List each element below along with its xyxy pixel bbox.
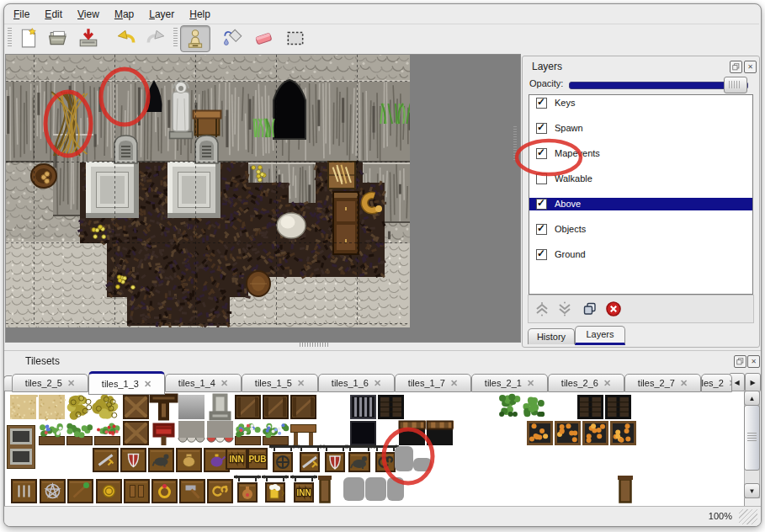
tab-close-icon[interactable]: ✕ xyxy=(374,378,381,389)
opacity-slider-handle[interactable] xyxy=(724,77,747,93)
tab-layers[interactable]: Layers xyxy=(575,326,625,345)
tab-close-icon[interactable]: ✕ xyxy=(680,378,688,389)
tileset-view-frame xyxy=(4,391,745,508)
layer-checkbox[interactable]: ✓ xyxy=(536,249,547,260)
new-map-button[interactable] xyxy=(14,25,43,51)
tab-scroll-right-icon[interactable]: ▶ xyxy=(745,373,761,392)
toolbar-grip[interactable] xyxy=(8,28,12,48)
tab-label: tiles_1_4 xyxy=(178,378,215,388)
eraser-icon xyxy=(252,27,274,49)
tileset-tab-tiles_2_1[interactable]: tiles_2_1✕ xyxy=(471,374,548,392)
layer-checkbox[interactable]: ✓ xyxy=(536,98,547,109)
tileset-tab-tiles_2_5[interactable]: tiles_2_5✕ xyxy=(12,374,88,392)
scroll-up-icon[interactable]: ▲ xyxy=(744,391,760,406)
layer-list: ✓Keys✓Spawn✓MapeventsWalkable✓Above✓Obje… xyxy=(529,94,753,295)
tab-close-icon[interactable]: ✕ xyxy=(603,378,611,389)
menu-file[interactable]: File xyxy=(8,7,35,22)
map-canvas[interactable] xyxy=(6,55,518,340)
undo-button[interactable] xyxy=(112,25,141,51)
move-layer-down-button[interactable] xyxy=(555,299,575,319)
opacity-label: Opacity: xyxy=(529,78,563,88)
tab-close-icon[interactable]: ✕ xyxy=(450,378,458,389)
float-panel-icon[interactable] xyxy=(734,355,746,368)
layer-buttons-bar xyxy=(528,295,754,323)
tileset-canvas[interactable] xyxy=(5,391,742,506)
tab-label: tiles_2_6 xyxy=(561,378,598,388)
stamp-tool-button[interactable] xyxy=(180,25,210,52)
tab-close-icon[interactable]: ✕ xyxy=(144,379,151,390)
layer-row-walkable[interactable]: Walkable xyxy=(529,173,752,185)
menu-edit[interactable]: Edit xyxy=(40,7,67,22)
tab-label: tiles_2_5 xyxy=(25,378,62,388)
tileset-tab-partial[interactable] xyxy=(3,375,12,392)
map-view-frame xyxy=(5,54,521,343)
tab-label: tiles_1_7 xyxy=(408,378,445,388)
save-button[interactable] xyxy=(74,25,103,51)
menu-layer[interactable]: Layer xyxy=(144,7,179,22)
layer-checkbox[interactable]: ✓ xyxy=(536,224,547,235)
application-window: FileEditViewMapLayerHelp xyxy=(0,0,765,532)
tileset-tab-tiles_1_5[interactable]: tiles_1_5✕ xyxy=(242,374,318,392)
layer-checkbox[interactable]: ✓ xyxy=(536,199,547,210)
tileset-tab-tiles_1_3[interactable]: tiles_1_3✕ xyxy=(88,371,165,395)
layer-checkbox[interactable]: ✓ xyxy=(536,148,547,159)
menu-separator xyxy=(4,24,759,24)
layer-name: Objects xyxy=(555,224,586,234)
close-panel-icon[interactable]: ✕ xyxy=(744,61,757,73)
menu-help[interactable]: Help xyxy=(184,7,215,22)
layer-row-objects[interactable]: ✓Objects xyxy=(529,223,752,236)
menu-view[interactable]: View xyxy=(72,7,104,22)
menu-bar: FileEditViewMapLayerHelp xyxy=(8,7,220,24)
tab-label: tiles_2 xyxy=(701,378,724,388)
tileset-tab-tiles_2_6[interactable]: tiles_2_6✕ xyxy=(548,374,624,392)
layer-row-above[interactable]: ✓Above xyxy=(529,198,752,210)
tab-close-icon[interactable]: ✕ xyxy=(729,378,732,389)
select-tool-button[interactable] xyxy=(281,25,310,51)
toolbar-grip[interactable] xyxy=(173,28,178,48)
tab-close-icon[interactable]: ✕ xyxy=(297,378,305,389)
tilesets-panel-title: Tilesets xyxy=(25,355,60,367)
tab-close-icon[interactable]: ✕ xyxy=(67,378,75,389)
dock-splitter-horizontal[interactable] xyxy=(300,343,330,347)
opacity-slider-track[interactable] xyxy=(569,82,748,89)
tab-history[interactable]: History xyxy=(528,328,575,344)
open-button[interactable] xyxy=(45,25,73,51)
tileset-scrollbar-thumb[interactable] xyxy=(744,405,760,471)
layer-checkbox[interactable]: ✓ xyxy=(536,123,547,134)
layer-row-spawn[interactable]: ✓Spawn xyxy=(529,122,752,135)
delete-layer-button[interactable] xyxy=(603,299,624,319)
eraser-tool-button[interactable] xyxy=(249,25,278,51)
save-icon xyxy=(77,27,99,49)
move-layer-up-button[interactable] xyxy=(532,299,552,319)
scroll-down-icon[interactable]: ▼ xyxy=(744,483,760,498)
stamp-tool-icon xyxy=(184,28,206,50)
tab-close-icon[interactable]: ✕ xyxy=(220,378,228,389)
fill-tool-button[interactable] xyxy=(219,25,247,51)
layer-row-keys[interactable]: ✓Keys xyxy=(529,97,752,109)
status-bar: 100% xyxy=(4,506,761,526)
tab-label: tiles_1_6 xyxy=(332,378,369,388)
redo-button[interactable] xyxy=(141,25,170,51)
float-panel-icon[interactable] xyxy=(730,61,742,73)
layer-checkbox[interactable] xyxy=(536,173,547,184)
menu-map[interactable]: Map xyxy=(109,7,139,22)
tileset-tab-tiles_2[interactable]: tiles_2✕ xyxy=(701,374,732,392)
open-folder-icon xyxy=(48,27,70,49)
tileset-tab-tiles_1_4[interactable]: tiles_1_4✕ xyxy=(165,374,242,392)
zoom-level: 100% xyxy=(709,511,732,521)
undo-icon xyxy=(115,27,137,49)
layers-panel-title: Layers xyxy=(532,61,562,72)
duplicate-layer-button[interactable] xyxy=(580,299,600,319)
redo-icon xyxy=(145,27,167,49)
tilesets-panel-titlebar xyxy=(4,350,761,371)
close-panel-icon[interactable]: ✕ xyxy=(747,355,760,368)
layer-name: Above xyxy=(555,199,581,209)
resize-grip[interactable] xyxy=(739,509,757,524)
tab-close-icon[interactable]: ✕ xyxy=(527,378,534,389)
dock-splitter-vertical[interactable] xyxy=(513,126,517,162)
tileset-tab-tiles_1_7[interactable]: tiles_1_7✕ xyxy=(395,374,471,392)
tileset-tab-tiles_2_7[interactable]: tiles_2_7✕ xyxy=(624,374,701,392)
layer-row-mapevents[interactable]: ✓Mapevents xyxy=(529,147,752,160)
tileset-tab-tiles_1_6[interactable]: tiles_1_6✕ xyxy=(318,374,395,392)
layer-row-ground[interactable]: ✓Ground xyxy=(529,248,752,261)
